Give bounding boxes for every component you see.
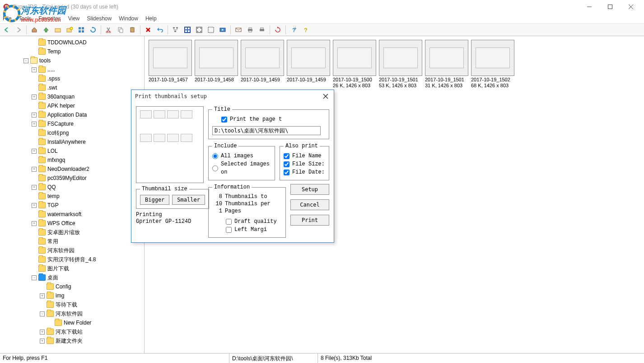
tree-item[interactable]: ico转png xyxy=(0,128,144,137)
paste-icon[interactable] xyxy=(127,25,137,35)
fit-icon[interactable] xyxy=(194,25,204,35)
expand-icon[interactable]: + xyxy=(32,203,37,208)
thumbnail-item[interactable]: 2017-10-19_1502 68 K, 644 x 363 xyxy=(471,40,514,89)
delete-icon[interactable] xyxy=(143,25,153,35)
expand-icon[interactable]: + xyxy=(32,149,37,154)
smaller-button[interactable]: Smaller xyxy=(172,195,205,205)
tree-item[interactable]: 常用 xyxy=(0,237,144,246)
left-margin-checkbox[interactable] xyxy=(226,227,232,233)
expand-icon[interactable]: + xyxy=(32,94,37,99)
thumbnail-item[interactable]: 2017-10-19_1501 31 K, 644 x 363 xyxy=(425,40,468,89)
tree-item[interactable]: Config xyxy=(0,282,144,291)
cut-icon[interactable] xyxy=(104,25,114,35)
expand-icon[interactable]: + xyxy=(32,221,37,226)
copy-icon[interactable] xyxy=(116,25,126,35)
tree-item[interactable]: .spss xyxy=(0,74,144,83)
tree-item[interactable]: New Folder xyxy=(0,318,144,327)
thumbnail-item[interactable]: 2017-10-19_1500 26 K, 644 x 363 xyxy=(333,40,376,89)
thumbnail-item[interactable]: 2017-10-19_1457 xyxy=(149,40,192,89)
tree-item[interactable]: +360anquan xyxy=(0,92,144,101)
all-images-radio[interactable] xyxy=(212,153,218,159)
menu-help[interactable]: Help xyxy=(145,15,157,22)
file-size-checkbox[interactable] xyxy=(284,161,289,167)
up-icon[interactable] xyxy=(41,25,51,35)
tree-item[interactable]: mfxngq xyxy=(0,156,144,165)
cancel-button[interactable]: Cancel xyxy=(290,199,329,210)
thumbnail-item[interactable]: 2017-10-19_1458 xyxy=(195,40,238,89)
tree-item[interactable]: +LOL xyxy=(0,146,144,156)
folder-tree[interactable]: TDDOWNLOADTemp-tools+......spss.swt+360a… xyxy=(0,36,145,353)
tree-item[interactable]: 安卓图片缩放 xyxy=(0,228,144,237)
tree-item[interactable]: +..... xyxy=(0,65,144,74)
thumbnail-item[interactable]: 2017-10-19_1459 xyxy=(241,40,284,89)
menu-file[interactable]: File xyxy=(3,15,11,22)
file-name-checkbox[interactable] xyxy=(284,153,289,159)
tree-item[interactable]: +Application Data xyxy=(0,110,144,119)
menu-view[interactable]: View xyxy=(68,15,80,22)
expand-icon[interactable]: + xyxy=(32,122,37,127)
tree-item[interactable]: watermarksoft xyxy=(0,210,144,219)
tree-item[interactable]: Temp xyxy=(0,47,144,56)
collapse-icon[interactable]: - xyxy=(40,311,45,316)
rotate-icon[interactable] xyxy=(273,25,283,35)
menu-window[interactable]: Window xyxy=(119,15,138,22)
tree-item[interactable]: +新建文件夹 xyxy=(0,336,144,345)
tree-item[interactable]: -tools xyxy=(0,56,144,65)
tree-item[interactable]: +img xyxy=(0,291,144,300)
view-icon[interactable] xyxy=(76,25,86,35)
mail-icon[interactable] xyxy=(233,25,243,35)
home-icon[interactable] xyxy=(29,25,39,35)
print-page-title-checkbox[interactable] xyxy=(221,117,227,123)
tree-item[interactable]: +FSCapture xyxy=(0,119,144,128)
forward-icon[interactable] xyxy=(14,25,23,35)
tree-icon[interactable] xyxy=(171,25,181,35)
tree-item[interactable]: APK helper xyxy=(0,101,144,110)
tree-item[interactable]: +NeoDownloader2 xyxy=(0,165,144,174)
expand-icon[interactable]: + xyxy=(40,339,45,344)
tree-item[interactable]: 河东软件园 xyxy=(0,246,144,255)
setup-button[interactable]: Setup xyxy=(290,184,329,195)
thumbnail-item[interactable]: 2017-10-19_1459 xyxy=(287,40,330,89)
bigger-button[interactable]: Bigger xyxy=(140,195,169,205)
refresh-icon[interactable] xyxy=(88,25,98,35)
menu-slideshow[interactable]: Slideshow xyxy=(87,15,112,22)
tree-item[interactable]: pc0359MyEditor xyxy=(0,174,144,183)
expand-icon[interactable]: + xyxy=(32,113,37,118)
maximize-button[interactable] xyxy=(600,0,621,14)
menu-tools[interactable]: Tools xyxy=(19,15,31,22)
tree-item[interactable]: temp xyxy=(0,192,144,201)
expand-icon[interactable]: + xyxy=(32,67,37,72)
tree-item[interactable]: 等待下载 xyxy=(0,300,144,309)
about-icon[interactable]: ? xyxy=(300,25,310,35)
tree-item[interactable]: +河东下载站 xyxy=(0,327,144,336)
crop-icon[interactable] xyxy=(206,25,216,35)
file-date-checkbox[interactable] xyxy=(284,170,289,175)
tree-item[interactable]: +TGP xyxy=(0,201,144,210)
print2-icon[interactable] xyxy=(257,25,267,35)
thumbs-icon[interactable] xyxy=(182,25,192,35)
collapse-icon[interactable]: - xyxy=(32,275,37,280)
dialog-close-button[interactable] xyxy=(321,92,330,101)
expand-icon[interactable]: + xyxy=(32,167,37,172)
tree-item[interactable]: -桌面 xyxy=(0,273,144,282)
expand-icon[interactable]: + xyxy=(40,330,45,335)
tree-item[interactable]: TDDOWNLOAD xyxy=(0,38,144,47)
undo-icon[interactable] xyxy=(155,25,165,35)
expand-icon[interactable]: + xyxy=(32,185,37,190)
tree-item[interactable]: .swt xyxy=(0,83,144,92)
tree-item[interactable]: InstallAnywhere xyxy=(0,137,144,146)
back-icon[interactable] xyxy=(2,25,12,35)
print-icon[interactable] xyxy=(245,25,255,35)
tree-item[interactable]: +QQ xyxy=(0,183,144,192)
draft-quality-checkbox[interactable] xyxy=(226,219,232,225)
tree-item[interactable]: +WPS Office xyxy=(0,219,144,228)
help-icon[interactable]: ? xyxy=(289,25,299,35)
explorer-icon[interactable] xyxy=(53,25,63,35)
tree-item[interactable]: -河东软件园 xyxy=(0,309,144,318)
selected-images-radio[interactable] xyxy=(212,165,218,171)
slideshow-icon[interactable] xyxy=(218,25,228,35)
title-path-input[interactable] xyxy=(212,126,321,135)
expand-icon[interactable]: + xyxy=(40,293,45,298)
tree-item[interactable]: 图片下载 xyxy=(0,264,144,273)
print-button[interactable]: Print xyxy=(290,215,329,226)
